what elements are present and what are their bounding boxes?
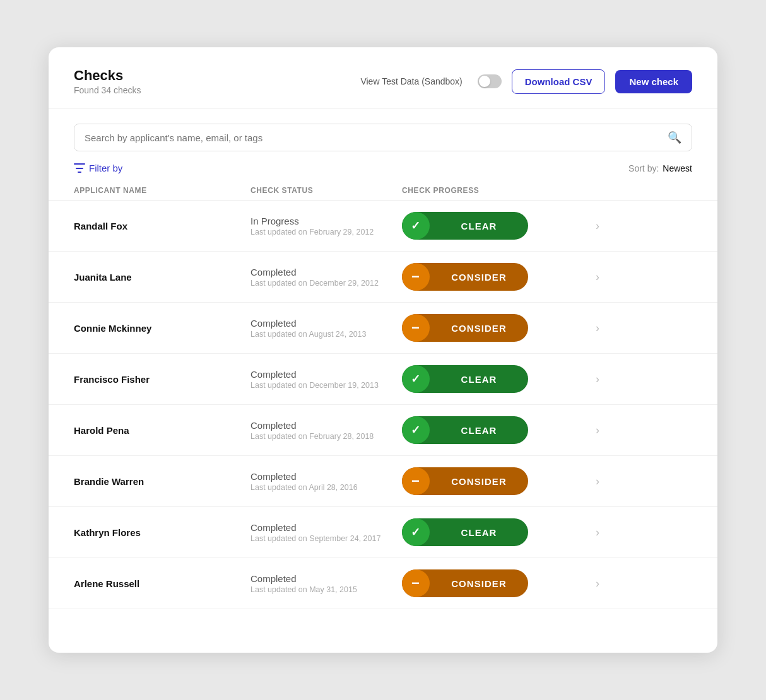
badge-label: CONSIDER xyxy=(430,578,528,589)
search-icon: 🔍 xyxy=(668,131,681,144)
check-progress-badge: − CONSIDER xyxy=(402,263,579,291)
sort-label: Sort by: xyxy=(628,163,659,173)
filter-by-button[interactable]: Filter by xyxy=(74,163,122,173)
table-row[interactable]: Kathryn Flores Completed Last updated on… xyxy=(49,507,717,558)
applicant-name: Harold Pena xyxy=(74,425,250,436)
badge-label: CLEAR xyxy=(430,374,528,385)
search-input[interactable] xyxy=(85,132,668,143)
table-row[interactable]: Arlene Russell Completed Last updated on… xyxy=(49,558,717,609)
check-progress-badge: − CONSIDER xyxy=(402,314,579,342)
badge-label: CLEAR xyxy=(430,527,528,538)
sort-value: Newest xyxy=(663,163,692,173)
header: Checks Found 34 checks View Test Data (S… xyxy=(49,47,717,108)
clear-check-icon: ✓ xyxy=(402,416,430,444)
table-row[interactable]: Juanita Lane Completed Last updated on D… xyxy=(49,252,717,303)
applicant-name: Randall Fox xyxy=(74,221,250,231)
consider-dash-icon: − xyxy=(402,467,430,495)
applicant-name: Brandie Warren xyxy=(74,476,250,487)
col-status: CHECK STATUS xyxy=(250,186,402,195)
clear-check-icon: ✓ xyxy=(402,365,430,393)
check-status: Completed Last updated on May 31, 2015 xyxy=(250,573,402,594)
consider-dash-icon: − xyxy=(402,314,430,342)
table-body: Randall Fox In Progress Last updated on … xyxy=(49,201,717,609)
sandbox-toggle[interactable] xyxy=(478,74,502,88)
download-csv-button[interactable]: Download CSV xyxy=(512,69,606,94)
check-progress-badge: ✓ CLEAR xyxy=(402,416,579,444)
check-progress-badge: ✓ CLEAR xyxy=(402,518,579,546)
applicant-name: Juanita Lane xyxy=(74,272,250,283)
consider-dash-icon: − xyxy=(402,263,430,291)
applicant-name: Arlene Russell xyxy=(74,578,250,589)
col-applicant: APPLICANT NAME xyxy=(74,186,250,195)
consider-dash-icon: − xyxy=(402,569,430,597)
row-chevron[interactable]: › xyxy=(596,373,599,386)
col-progress: CHECK PROGRESS xyxy=(402,186,579,195)
filter-icon xyxy=(74,163,85,173)
row-chevron[interactable]: › xyxy=(596,526,599,539)
check-progress-badge: − CONSIDER xyxy=(402,569,579,597)
check-status: Completed Last updated on April 28, 2016 xyxy=(250,471,402,492)
filter-sort-row: Filter by Sort by: Newest xyxy=(49,156,717,176)
header-left: Checks Found 34 checks xyxy=(74,67,141,95)
table-row[interactable]: Francisco Fisher Completed Last updated … xyxy=(49,354,717,405)
check-status: Completed Last updated on August 24, 201… xyxy=(250,318,402,339)
clear-check-icon: ✓ xyxy=(402,518,430,546)
sandbox-label: View Test Data (Sandbox) xyxy=(360,76,462,86)
row-chevron[interactable]: › xyxy=(596,475,599,488)
row-chevron[interactable]: › xyxy=(596,219,599,233)
clear-check-icon: ✓ xyxy=(402,212,430,240)
check-status: Completed Last updated on February 28, 2… xyxy=(250,420,402,441)
check-progress-badge: − CONSIDER xyxy=(402,467,579,495)
header-right: View Test Data (Sandbox) Download CSV Ne… xyxy=(360,69,692,94)
check-status: In Progress Last updated on February 29,… xyxy=(250,216,402,236)
check-status: Completed Last updated on December 19, 2… xyxy=(250,369,402,390)
check-progress-badge: ✓ CLEAR xyxy=(402,365,579,393)
table-row[interactable]: Randall Fox In Progress Last updated on … xyxy=(49,201,717,252)
table-header: APPLICANT NAME CHECK STATUS CHECK PROGRE… xyxy=(49,181,717,201)
badge-label: CLEAR xyxy=(430,425,528,436)
applicant-name: Francisco Fisher xyxy=(74,374,250,385)
table-row[interactable]: Connie Mckinney Completed Last updated o… xyxy=(49,303,717,354)
check-status: Completed Last updated on September 24, … xyxy=(250,522,402,543)
filter-by-label: Filter by xyxy=(89,163,122,173)
row-chevron[interactable]: › xyxy=(596,271,599,284)
check-status: Completed Last updated on December 29, 2… xyxy=(250,267,402,288)
applicant-name: Connie Mckinney xyxy=(74,323,250,334)
row-chevron[interactable]: › xyxy=(596,577,599,590)
table-row[interactable]: Harold Pena Completed Last updated on Fe… xyxy=(49,405,717,456)
search-bar: 🔍 xyxy=(74,124,692,151)
badge-label: CONSIDER xyxy=(430,476,528,487)
badge-label: CLEAR xyxy=(430,221,528,231)
search-bar-wrap: 🔍 xyxy=(49,108,717,156)
checks-count: Found 34 checks xyxy=(74,85,141,95)
page-title: Checks xyxy=(74,67,141,84)
main-card: Checks Found 34 checks View Test Data (S… xyxy=(49,47,717,653)
badge-label: CONSIDER xyxy=(430,272,528,283)
badge-label: CONSIDER xyxy=(430,323,528,334)
check-progress-badge: ✓ CLEAR xyxy=(402,212,579,240)
applicant-name: Kathryn Flores xyxy=(74,527,250,538)
sort-row: Sort by: Newest xyxy=(628,163,692,173)
row-chevron[interactable]: › xyxy=(596,322,599,335)
table-row[interactable]: Brandie Warren Completed Last updated on… xyxy=(49,456,717,507)
new-check-button[interactable]: New check xyxy=(615,70,692,93)
row-chevron[interactable]: › xyxy=(596,424,599,437)
